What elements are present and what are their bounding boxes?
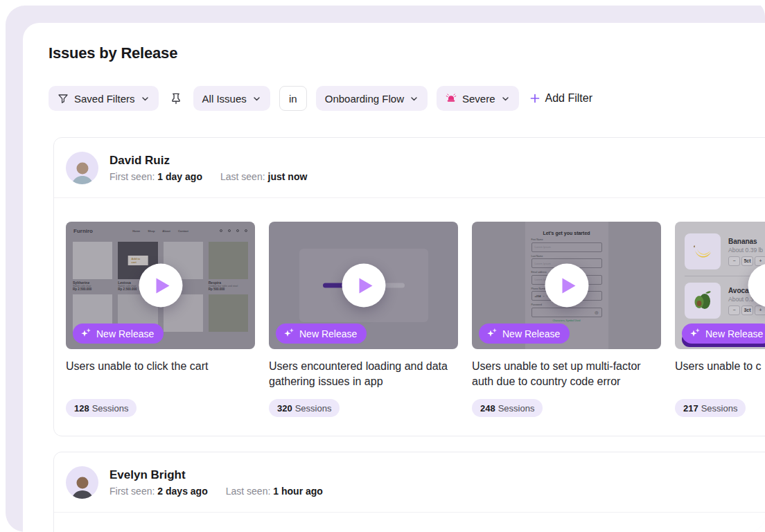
user-header: David Ruiz First seen:1 day ago Last see… [66,152,307,184]
mini-password-input: ◎ [531,308,602,317]
chevron-down-icon [501,94,510,103]
last-seen: Last seen:just now [220,171,307,182]
new-release-badge: New Release [276,323,367,344]
user-header: Evelyn Bright First seen:2 days ago Last… [66,466,323,499]
issue-title: Users unable to c [675,359,765,389]
app-window: Issues by Release Saved Filters All Issu… [0,0,765,532]
sparkle-icon [689,328,700,339]
issue-title: Users unable to set up multi-factor auth… [472,359,661,389]
issue-title: Users encountered loading and data gathe… [269,359,458,389]
quantity-stepper: −5ct+ [728,256,765,266]
pin-filter-button[interactable] [168,90,184,107]
minus-button: − [728,256,740,266]
new-release-badge: New Release [73,323,164,344]
session-replay-thumbnail[interactable]: Bananas About 0.39 lb −5ct+ [675,222,765,349]
avatar [66,466,98,499]
user-meta: First seen:2 days ago Last seen:1 hour a… [109,486,323,497]
user-card-evelyn-bright: Evelyn Bright First seen:2 days ago Last… [53,452,765,532]
add-filter-label: Add Filter [545,92,592,105]
issue-card-grocery: Bananas About 0.39 lb −5ct+ [675,222,765,417]
eye-icon: ◎ [595,310,598,314]
sessions-badge[interactable]: 320Sessions [269,399,340,417]
play-button[interactable] [139,264,182,308]
page-title: Issues by Release [49,44,177,62]
bananas-image [685,233,721,269]
issue-type-label: All Issues [202,93,247,105]
pin-icon [169,91,183,105]
flow-dropdown[interactable]: Onboarding Flow [316,86,428,111]
play-button[interactable] [342,264,385,308]
grocery-item-bananas: Bananas About 0.39 lb −5ct+ [685,227,765,276]
play-button[interactable] [545,264,588,308]
filter-connector: in [279,86,307,111]
user-name: David Ruiz [109,154,307,168]
chevron-down-icon [141,94,150,103]
quantity-stepper: −3ct+ [728,305,765,315]
severity-dropdown[interactable]: Severe [437,86,519,111]
sparkle-icon [486,328,497,339]
sessions-badge[interactable]: 217Sessions [675,399,746,417]
severity-label: Severe [462,93,495,105]
issue-row: Furniro HomeShopAboutContact Syltherine … [66,222,765,417]
first-seen: First seen:1 day ago [109,171,202,182]
avatar [66,152,98,184]
chevron-down-icon [252,94,261,103]
divider [54,512,765,513]
issue-card-mfa: Let's get you started First Name Lorem I… [472,222,661,417]
password-hint: Characters, Symbol Used [525,319,608,322]
issue-type-dropdown[interactable]: All Issues [193,86,270,111]
chevron-down-icon [410,94,419,103]
session-replay-thumbnail[interactable]: New Release [269,222,458,349]
filter-bar: Saved Filters All Issues in Onboarding F… [49,86,592,111]
divider [54,197,765,198]
saved-filters-dropdown[interactable]: Saved Filters [49,86,159,111]
issue-card-loading: New Release Users encountered loading an… [269,222,458,417]
sessions-badge[interactable]: 248Sessions [472,399,543,417]
plus-icon [529,93,540,104]
user-name: Evelyn Bright [109,468,323,482]
first-seen: First seen:2 days ago [109,486,208,497]
avocado-image [685,283,721,319]
saved-filters-label: Saved Filters [74,93,135,105]
issue-card-cart: Furniro HomeShopAboutContact Syltherine … [66,222,255,417]
add-filter-button[interactable]: Add Filter [529,92,592,105]
sparkle-icon [283,328,294,339]
session-replay-thumbnail[interactable]: Furniro HomeShopAboutContact Syltherine … [66,222,255,349]
session-replay-thumbnail[interactable]: Let's get you started First Name Lorem I… [472,222,661,349]
sessions-badge[interactable]: 128Sessions [66,399,137,417]
flow-label: Onboarding Flow [325,93,404,105]
minus-button: − [728,305,740,315]
funnel-icon [58,93,69,104]
sparkle-icon [80,328,91,339]
last-seen: Last seen:1 hour ago [226,486,323,497]
issue-title: Users unable to click the cart [66,359,255,389]
mini-input: Lorem Ipsum [531,242,602,252]
user-meta: First seen:1 day ago Last seen:just now [109,171,307,182]
user-card-david-ruiz: David Ruiz First seen:1 day ago Last see… [53,137,765,436]
plus-button: + [755,305,765,315]
siren-icon [446,93,457,104]
new-release-badge: New Release [682,323,765,344]
new-release-badge: New Release [479,323,570,344]
